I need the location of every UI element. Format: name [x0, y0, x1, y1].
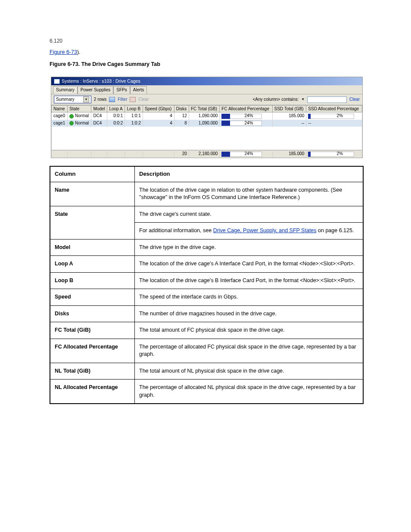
- row-count: 2 rows: [94, 96, 106, 103]
- search-input[interactable]: [307, 96, 347, 103]
- col-state[interactable]: State: [68, 106, 91, 112]
- cell-disks: 12: [174, 112, 189, 120]
- tab-alerts[interactable]: Alerts: [130, 86, 147, 94]
- defs-term: Model: [50, 239, 135, 256]
- definitions-table: Column Description Name The location of …: [50, 166, 364, 404]
- col-fc-pct[interactable]: FC Allocated Percentage: [220, 106, 272, 112]
- cell-loopb: 1:0:1: [125, 112, 143, 120]
- cell-fcpct: 24%: [220, 112, 272, 120]
- defs-row: Disks The number of drive magazines hous…: [50, 305, 363, 322]
- cell-disks: 8: [174, 120, 189, 127]
- cell-name: cage0: [52, 112, 68, 120]
- defs-row: Loop A The location of the drive cage's …: [50, 256, 363, 273]
- defs-row: FC Total (GiB) The total amount of FC ph…: [50, 322, 363, 339]
- cell-ssdpct: 2%: [306, 112, 362, 120]
- progress-bar: [221, 152, 230, 157]
- window-titlebar: Systems : InServs : s103 : Drive Cages: [51, 77, 362, 85]
- total-fctot: 2,180.000: [189, 150, 219, 158]
- defs-term: Speed: [50, 289, 135, 306]
- cell-loopa: 0:0:1: [107, 112, 125, 120]
- view-dropdown-label: Summary: [56, 96, 75, 103]
- col-fc-total[interactable]: FC Total (GB): [189, 106, 219, 112]
- figure-xref[interactable]: Figure 6-73: [50, 49, 77, 55]
- defs-row: Speed The speed of the interface cards i…: [50, 289, 363, 306]
- defs-desc: The drive cage's current state.: [135, 206, 364, 223]
- clear-button[interactable]: Clear: [138, 96, 149, 103]
- defs-desc: The total amount of FC physical disk spa…: [135, 322, 364, 339]
- defs-term: Loop A: [50, 256, 135, 273]
- state-dot-icon: [69, 114, 74, 118]
- tabs-row: Summary Power Supplies SFPs Alerts: [51, 85, 362, 94]
- cell-name: cage1: [52, 120, 68, 127]
- defs-desc: The percentage of allocated FC physical …: [135, 339, 364, 363]
- col-disks[interactable]: Disks: [174, 106, 189, 112]
- chevron-down-icon: ▾: [83, 96, 89, 103]
- view-dropdown[interactable]: Summary ▾: [54, 96, 91, 104]
- col-loop-b[interactable]: Loop B: [125, 106, 143, 112]
- defs-desc: The location of the drive cage in relati…: [135, 182, 364, 206]
- defs-term: FC Allocated Percentage: [50, 339, 135, 363]
- total-ssdtot: 185.000: [272, 150, 306, 158]
- filter-icon[interactable]: [109, 97, 115, 102]
- col-name[interactable]: Name: [52, 106, 68, 112]
- cell-model: DC4: [91, 120, 107, 127]
- tab-summary[interactable]: Summary: [53, 86, 78, 94]
- state-xref[interactable]: Drive Cage, Power Supply, and SFP States: [213, 227, 317, 233]
- cell-fctot: 1,090.000: [189, 120, 219, 127]
- defs-term: Disks: [50, 305, 135, 322]
- defs-desc: The drive type in the drive cage.: [135, 239, 364, 256]
- cell-state: Normal: [68, 112, 91, 120]
- clear-icon[interactable]: [130, 97, 136, 102]
- defs-desc: The percentage of allocated NL physical …: [135, 380, 364, 404]
- cell-state: Normal: [68, 120, 91, 127]
- defs-term: FC Total (GiB): [50, 322, 135, 339]
- cell-ssdpct: --: [306, 120, 362, 127]
- screenshot-panel: Systems : InServs : s103 : Drive Cages S…: [51, 77, 363, 158]
- defs-row: State The drive cage's current state.: [50, 206, 363, 223]
- defs-desc: The total amount of NL physical disk spa…: [135, 363, 364, 380]
- tab-sfps[interactable]: SFPs: [113, 86, 130, 94]
- cell-model: DC4: [91, 112, 107, 120]
- tab-power-supplies[interactable]: Power Supplies: [78, 86, 113, 94]
- filter-button[interactable]: Filter: [118, 96, 127, 103]
- defs-term: NL Allocated Percentage: [50, 380, 135, 404]
- intro-line: Figure 6-73).: [50, 48, 364, 56]
- cell-loopa: 0:0:2: [107, 120, 125, 127]
- app-icon: [54, 79, 60, 84]
- defs-head-desc: Description: [135, 166, 364, 182]
- col-loop-a[interactable]: Loop A: [107, 106, 125, 112]
- clear-link[interactable]: Clear: [349, 96, 360, 103]
- figure-caption: Figure 6-73. The Drive Cages Summary Tab: [50, 60, 364, 68]
- col-ssd-pct[interactable]: SSD Allocated Percentage: [306, 106, 362, 112]
- chevron-down-icon[interactable]: ▼: [301, 97, 305, 102]
- defs-desc: The location of the drive cage's B Inter…: [135, 272, 364, 289]
- table-row[interactable]: cage0 Normal DC4 0:0:1 1:0:1 4 12 1,090.…: [52, 112, 362, 120]
- toolbar: Summary ▾ 2 rows Filter Clear <Any colum…: [51, 94, 362, 106]
- col-ssd-total[interactable]: SSD Total (GB): [272, 106, 306, 112]
- cell-fctot: 1,090.000: [189, 112, 219, 120]
- intro-tail: ).: [77, 49, 81, 55]
- table-row[interactable]: cage1 Normal DC4 0:0:2 1:0:2 4 8 1,090.0…: [52, 120, 362, 127]
- progress-bar: [221, 121, 230, 126]
- defs-desc: For additional information, see Drive Ca…: [135, 223, 364, 240]
- total-disks: 20: [174, 150, 189, 158]
- page-number: 6.120: [0, 0, 411, 44]
- defs-term: Name: [50, 182, 135, 206]
- defs-head-col: Column: [50, 166, 135, 182]
- cell-loopb: 1:0:2: [125, 120, 143, 127]
- defs-desc: The location of the drive cage's A Inter…: [135, 256, 364, 273]
- data-grid: Name State Model Loop A Loop B Speed (Gb…: [51, 105, 362, 158]
- defs-row: NL Total (GiB) The total amount of NL ph…: [50, 363, 363, 380]
- col-model[interactable]: Model: [91, 106, 107, 112]
- col-speed[interactable]: Speed (Gbps): [143, 106, 174, 112]
- defs-row: FC Allocated Percentage The percentage o…: [50, 339, 363, 363]
- cell-ssdtot: 185.000: [272, 112, 306, 120]
- anycolumn-label: <Any column> contains:: [252, 96, 299, 103]
- window-title: Systems : InServs : s103 : Drive Cages: [62, 78, 140, 84]
- progress-bar: [221, 114, 230, 119]
- state-dot-icon: [69, 121, 74, 125]
- defs-row: Name The location of the drive cage in r…: [50, 182, 363, 206]
- total-ssdpct: 2%: [306, 150, 362, 158]
- total-fcpct: 24%: [220, 150, 272, 158]
- defs-row: NL Allocated Percentage The percentage o…: [50, 380, 363, 404]
